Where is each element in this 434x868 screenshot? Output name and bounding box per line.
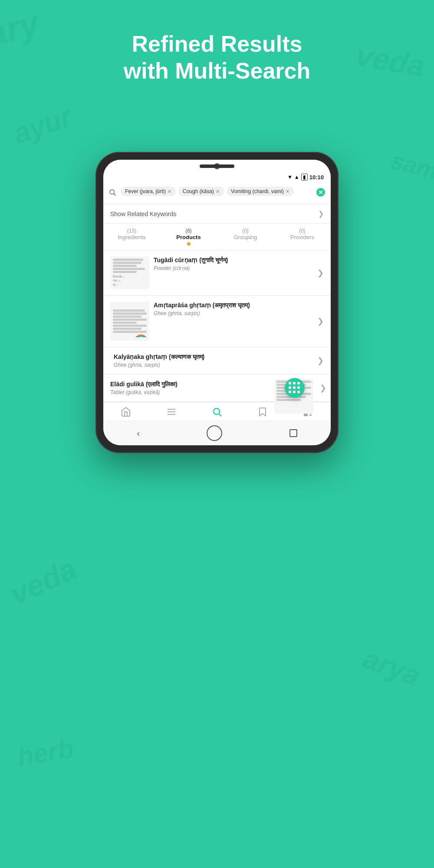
search-tag-fever[interactable]: Fever (jvara, jūrti) ✕ — [121, 187, 176, 196]
svg-point-8 — [214, 408, 220, 414]
svg-line-9 — [219, 414, 221, 417]
speaker — [200, 164, 234, 168]
result-info-amruta: Amṛtaprāśa ghṛtaṃ (अमृतप्राश घृतम्) Ghee… — [154, 302, 317, 341]
search-bar[interactable]: Fever (jvara, jūrti) ✕ Cough (kāsa) ✕ Vo… — [103, 182, 331, 204]
android-recent-button[interactable] — [289, 429, 297, 437]
android-nav-bar: ‹ — [103, 421, 331, 445]
tab-products[interactable]: (8) Products — [160, 228, 217, 250]
nav-search[interactable] — [212, 407, 222, 417]
related-keywords-label: Show Related Keywords — [110, 210, 177, 217]
search-tags: Fever (jvara, jūrti) ✕ Cough (kāsa) ✕ Vo… — [121, 187, 312, 196]
svg-point-0 — [110, 190, 115, 194]
svg-rect-15 — [305, 414, 306, 415]
tab-ingredients-label: Ingredients — [118, 234, 145, 240]
search-tag-cough[interactable]: Cough (kāsa) ✕ — [178, 187, 224, 196]
page-header: Refined Results with Multi-Search — [0, 30, 434, 85]
result-info-tugadi: Tugādi cūrṇaṃ (तुगादि चूर्णम्) Powder (c… — [154, 256, 317, 289]
result-title-eladi: Elādi gulikā (एलादि गुलिका) — [110, 381, 276, 388]
result-item-kalyanaka[interactable]: Kalyāṇaka ghṛtaṃ (कल्याणक घृतम्) Ghee (g… — [103, 347, 331, 375]
related-keywords-row[interactable]: Show Related Keywords ❯ — [103, 204, 331, 224]
result-subtitle-amruta: Ghee (ghrta, sarpis) — [154, 310, 317, 316]
tabs-row: (15) Ingredients (8) Products (0) Groupi… — [103, 224, 331, 250]
tab-grouping-count: (0) — [242, 228, 249, 234]
fab-button[interactable] — [285, 378, 305, 398]
tag-close-fever[interactable]: ✕ — [168, 189, 171, 194]
wifi-icon: ▼ — [287, 174, 293, 180]
tab-products-indicator — [187, 242, 191, 246]
result-chevron-kalyanaka: ❯ — [317, 353, 324, 368]
related-keywords-chevron: ❯ — [318, 210, 324, 218]
result-chevron-tugadi: ❯ — [317, 256, 324, 289]
tab-products-label: Products — [176, 234, 201, 240]
tab-grouping[interactable]: (0) Grouping — [217, 228, 274, 250]
phone-mockup: ▼ ▲ ▮ 10:10 Fever (jvara, jūrti) ✕ — [95, 152, 339, 453]
battery-icon: ▮ — [301, 174, 308, 181]
result-image-tugadi: बिजातकेः।नरम् ॥रम् । — [110, 256, 149, 289]
tag-close-vomiting[interactable]: ✕ — [286, 189, 289, 194]
signal-icon: ▲ — [294, 174, 299, 180]
nav-menu[interactable] — [166, 407, 177, 417]
tab-providers-label: Providers — [290, 234, 314, 240]
tab-providers[interactable]: (0) Providers — [274, 228, 331, 250]
result-title-amruta: Amṛtaprāśa ghṛtaṃ (अमृतप्राश घृतम्) — [154, 302, 317, 309]
android-home-button[interactable] — [207, 425, 222, 441]
status-icons: ▼ ▲ ▮ 10:10 — [287, 174, 324, 181]
result-title-kalyanaka: Kalyāṇaka ghṛtaṃ (कल्याणक घृतम्) — [114, 353, 317, 361]
phone-screen: ▼ ▲ ▮ 10:10 Fever (jvara, jūrti) ✕ — [103, 160, 331, 445]
header-line2: with Multi-Search — [26, 57, 408, 84]
tab-grouping-label: Grouping — [234, 234, 257, 240]
result-item-tugadi[interactable]: बिजातकेः।नरम् ॥रम् । Tugādi cūrṇaṃ (तुगा… — [103, 250, 331, 296]
result-item-amruta[interactable]: Amṛtaprāśa ghṛtaṃ (अमृतप्राश घृतम्) Ghee… — [103, 296, 331, 347]
svg-line-1 — [114, 194, 115, 195]
result-info-eladi: Elādi gulikā (एलादि गुलिका) Tablet (guli… — [110, 381, 276, 395]
search-tag-vomiting[interactable]: Vomiting (chardi, vami) ✕ — [227, 187, 294, 196]
header-line1: Refined Results — [26, 30, 408, 57]
search-clear-button[interactable] — [316, 187, 326, 200]
tab-providers-count: (0) — [299, 228, 306, 234]
result-item-eladi[interactable]: Elādi gulikā (एलादि गुलिका) Tablet (guli… — [103, 375, 331, 402]
phone-shell: ▼ ▲ ▮ 10:10 Fever (jvara, jūrti) ✕ — [95, 152, 339, 453]
rainbow-icon — [135, 332, 148, 339]
result-image-amruta — [110, 302, 149, 341]
tag-close-cough[interactable]: ✕ — [216, 189, 220, 194]
status-bar: ▼ ▲ ▮ 10:10 — [103, 171, 331, 182]
result-subtitle-tugadi: Powder (cūrṇa) — [154, 265, 317, 271]
android-back-button[interactable]: ‹ — [137, 428, 140, 438]
tab-ingredients-count: (15) — [127, 228, 136, 234]
tab-products-count: (8) — [185, 228, 192, 234]
nav-bookmarks[interactable] — [257, 407, 268, 417]
tab-ingredients[interactable]: (15) Ingredients — [103, 228, 160, 250]
results-list: बिजातकेः।नरम् ॥रम् । Tugādi cūrṇaṃ (तुगा… — [103, 250, 331, 402]
result-title-tugadi: Tugādi cūrṇaṃ (तुगादि चूर्णम्) — [154, 256, 317, 264]
result-chevron-eladi: ❯ — [320, 383, 326, 393]
result-chevron-amruta: ❯ — [317, 302, 324, 341]
status-time: 10:10 — [309, 174, 324, 181]
result-info-kalyanaka: Kalyāṇaka ghṛtaṃ (कल्याणक घृतम्) Ghee (g… — [114, 353, 317, 368]
result-subtitle-eladi: Tablet (gulika, vaṭikā) — [110, 389, 276, 395]
search-icon — [108, 188, 116, 198]
result-subtitle-kalyanaka: Ghee (ghrta, sarpis) — [114, 362, 317, 368]
nav-home[interactable] — [121, 407, 131, 417]
